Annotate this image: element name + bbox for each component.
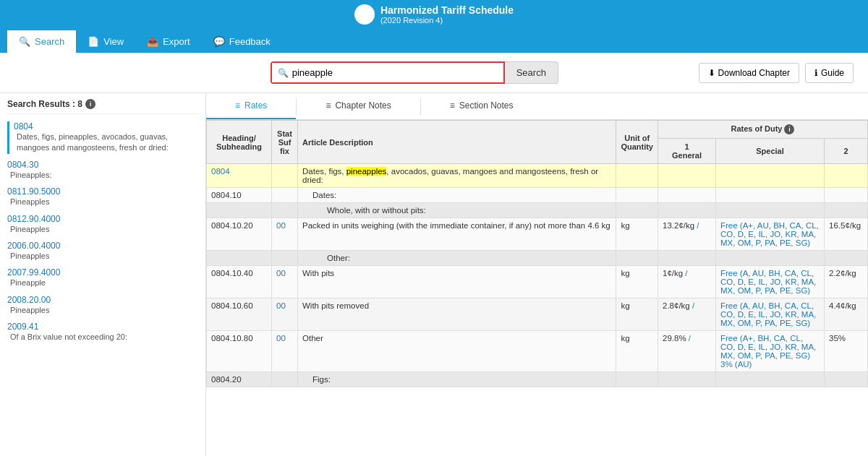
sidebar-desc-08119050: Pineapples [10,197,198,207]
cell-stat [272,251,298,266]
cell-stat [272,203,298,218]
cell-unit [616,372,658,387]
section-notes-icon: ≡ [450,100,455,111]
sidebar-desc-20082000: Pineapples [10,305,198,316]
cell-desc: Dates: [298,188,616,203]
app-title: Harmonized Tariff Schedule (2020 Revisio… [380,4,514,25]
search-input[interactable] [272,63,503,82]
cell-desc: With pits removed [298,298,616,331]
table-area[interactable]: Heading/ Subheading Stat Suf fix Article… [206,120,868,456]
cell-desc: Whole, with or without pits: [298,203,616,218]
sidebar-code-200941[interactable]: 2009.41 [7,322,38,332]
sidebar-item-20079940[interactable]: 2007.99.4000 Pineapple [7,267,198,288]
tab-rates[interactable]: ≡ Rates [206,93,296,119]
sidebar-item-08119050[interactable]: 0811.90.5000 Pineapples [7,186,198,207]
search-nav-icon: 🔍 [19,36,30,47]
sidebar-item-08129040[interactable]: 0812.90.4000 Pineapples [7,214,198,235]
download-chapter-button[interactable]: ⬇ Download Chapter [699,63,799,83]
feedback-nav-icon: 💬 [213,36,225,47]
table-row: 0804.10.40 00 With pits kg 1¢/kg / Free … [207,266,868,298]
cell-col2: 4.4¢/kg [825,298,868,331]
table-row: 0804.10 Dates: [207,188,868,203]
cell-col2 [825,372,868,387]
cell-special: Free (A+, BH, CA, CL, CO, D, E, IL, JO, … [716,331,825,372]
col-special-sub: Special [716,139,825,164]
sidebar-code-08129040[interactable]: 0812.90.4000 [7,214,60,224]
sidebar-code-0804[interactable]: 0804 [14,121,33,132]
table-row: 0804.10.20 00 Packed in units weighing (… [207,218,868,251]
cell-stat: 00 [272,298,298,331]
sidebar-code-20082000[interactable]: 2008.20.00 [7,295,51,305]
cell-col2 [825,203,868,218]
nav-tab-view[interactable]: 📄 View [76,29,135,53]
cell-heading [207,251,272,266]
tab-section-notes[interactable]: ≡ Section Notes [421,93,542,119]
cell-desc: Dates, figs, pineapples, avocados, guava… [298,164,616,188]
cell-special [716,251,825,266]
logo-icon: ⚙ [359,9,369,20]
col-general-sub: 1General [658,139,716,164]
cell-general: 29.8% / [658,331,716,372]
right-content: ≡ Rates ≡ Chapter Notes ≡ Section Notes … [206,93,868,456]
cell-special: Free (A+, AU, BH, CA, CL, CO, D, E, IL, … [716,218,825,251]
right-actions: ⬇ Download Chapter ℹ Guide [699,63,854,83]
app-header: ⚙ Harmonized Tariff Schedule (2020 Revis… [0,0,868,53]
sidebar-item-200941[interactable]: 2009.41 Of a Brix value not exceeding 20… [7,322,198,343]
guide-button[interactable]: ℹ Guide [805,63,854,83]
sidebar-item-080430[interactable]: 0804.30 Pineapples: [7,160,198,181]
cell-general [658,251,716,266]
nav-tab-search[interactable]: 🔍 Search [7,29,76,53]
cell-desc: Other: [298,251,616,266]
sidebar-desc-200941: Of a Brix value not exceeding 20: [10,332,198,343]
cell-special: Free (A, AU, BH, CA, CL, CO, D, E, IL, J… [716,298,825,331]
cell-general: 2.8¢/kg / [658,298,716,331]
cell-heading: 0804.10.20 [207,218,272,251]
nav-tab-feedback[interactable]: 💬 Feedback [202,29,282,53]
rates-info-icon[interactable]: i [784,124,794,134]
results-info-icon[interactable]: i [85,99,95,109]
sidebar-code-080430[interactable]: 0804.30 [7,160,38,170]
tab-bar: ≡ Rates ≡ Chapter Notes ≡ Section Notes [206,93,868,120]
cell-col2: 2.2¢/kg [825,266,868,298]
cell-heading: 0804.10.60 [207,298,272,331]
search-input-wrapper [271,61,505,84]
sidebar-code-20060040[interactable]: 2006.00.4000 [7,241,60,251]
search-button[interactable]: Search [505,61,558,84]
sidebar-item-20060040[interactable]: 2006.00.4000 Pineapples [7,241,198,262]
left-sidebar: Search Results : 8 i 0804 Dates, figs, p… [0,93,206,456]
cell-special [716,188,825,203]
view-nav-icon: 📄 [88,36,99,47]
guide-icon: ℹ [814,68,818,78]
cell-stat [272,188,298,203]
cell-stat: 00 [272,331,298,372]
col-2-sub: 2 [825,139,868,164]
cell-general [658,203,716,218]
sidebar-item-0804[interactable]: 0804 Dates, figs, pineapples, avocados, … [7,121,198,154]
cell-col2 [825,164,868,188]
nav-tabs: 🔍 Search 📄 View 📤 Export 💬 Feedback [7,29,282,53]
sidebar-desc-20079940: Pineapple [10,278,198,288]
cell-unit [616,251,658,266]
tab-chapter-notes[interactable]: ≡ Chapter Notes [297,93,420,119]
sidebar-desc-20060040: Pineapples [10,251,198,262]
app-title-row: ⚙ Harmonized Tariff Schedule (2020 Revis… [354,4,514,25]
sidebar-code-20079940[interactable]: 2007.99.4000 [7,267,60,278]
cell-special [716,164,825,188]
sidebar-desc-0804: Dates, figs, pineapples, avocados, guava… [17,132,198,154]
nav-tab-export[interactable]: 📤 Export [135,29,202,53]
cell-general [658,372,716,387]
cell-col2 [825,251,868,266]
cell-stat [272,164,298,188]
sidebar-desc-08129040: Pineapples [10,224,198,235]
cell-desc: Figs: [298,372,616,387]
export-nav-icon: 📤 [147,36,158,47]
col-stat: Stat Suf fix [272,121,298,164]
cell-col2 [825,188,868,203]
cell-col2: 35% [825,331,868,372]
cell-col2: 16.5¢/kg [825,218,868,251]
sidebar-item-20082000[interactable]: 2008.20.00 Pineapples [7,295,198,316]
cell-stat: 00 [272,266,298,298]
sidebar-code-08119050[interactable]: 0811.90.5000 [7,186,60,197]
table-row: Other: [207,251,868,266]
col-unit: Unit of Quantity [616,121,658,164]
